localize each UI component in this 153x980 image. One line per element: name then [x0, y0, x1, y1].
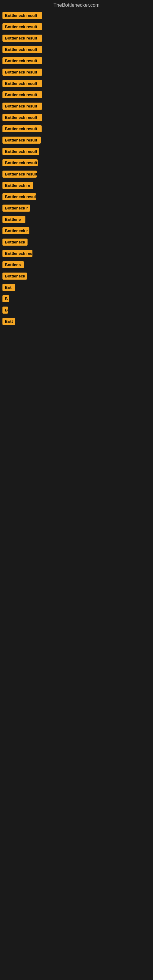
result-row: Bottleneck result [0, 10, 153, 21]
result-badge: Bottleneck [2, 239, 27, 246]
result-row: Bottleneck r [0, 225, 153, 236]
result-badge: Bottleneck result [2, 193, 36, 200]
result-badge: Bottleneck [2, 272, 27, 280]
result-row: Bott [0, 316, 153, 327]
result-badge: Bottleneck result [2, 125, 41, 132]
result-row: Bottleneck result [0, 21, 153, 32]
result-badge: Bottleneck result [2, 12, 42, 19]
result-badge: Bottleneck r [2, 227, 29, 234]
result-badge: Bottleneck result [2, 68, 42, 76]
result-badge: Bottleneck result [2, 159, 38, 166]
result-row: Bottleneck [0, 236, 153, 248]
result-row: Bottleneck result [0, 55, 153, 67]
result-row: Bottleneck result [0, 134, 153, 146]
result-row: Bottleneck r [0, 202, 153, 214]
result-badge: Bottleneck result [2, 170, 37, 178]
result-row: Bottleneck result [0, 44, 153, 55]
result-badge: Bottleneck result [2, 148, 39, 155]
result-row: Bottleneck result [0, 78, 153, 89]
result-badge: Bottleneck result [2, 103, 42, 110]
result-badge: Bottleneck result [2, 46, 42, 53]
result-badge: B [2, 307, 8, 313]
result-row: B [0, 304, 153, 316]
result-badge: Bottlens [2, 261, 24, 268]
result-badge: Bottleneck re [2, 182, 33, 189]
result-badge: Bottleneck result [2, 137, 41, 144]
result-badge: Bottleneck r [2, 205, 30, 212]
result-badge: Bottleneck result [2, 23, 42, 30]
result-row: Bottleneck result [0, 32, 153, 44]
result-row: Bottleneck [0, 270, 153, 282]
result-badge: Bottleneck result [2, 80, 42, 87]
result-badge: Bott [2, 318, 15, 325]
result-badge: Bot [2, 284, 15, 291]
result-row: Bottlene [0, 214, 153, 225]
result-badge: Bottleneck result [2, 57, 42, 64]
result-row: Bottleneck result [0, 100, 153, 112]
result-row: Bottleneck result [0, 123, 153, 134]
result-badge: Bottleneck result [2, 114, 42, 121]
result-badge: B [2, 295, 9, 302]
result-row: Bottleneck result [0, 191, 153, 202]
result-row: Bottleneck result [0, 157, 153, 169]
result-badge: Bottleneck result [2, 91, 42, 98]
result-badge: Bottleneck res [2, 250, 32, 257]
site-title: TheBottlenecker.com [0, 0, 153, 10]
result-row: Bottleneck result [0, 146, 153, 157]
result-row: Bot [0, 282, 153, 293]
result-row: Bottlens [0, 259, 153, 270]
result-row: Bottleneck result [0, 112, 153, 123]
result-badge: Bottleneck result [2, 35, 42, 41]
result-row: Bottleneck result [0, 89, 153, 100]
result-row: Bottleneck res [0, 248, 153, 259]
result-badge: Bottlene [2, 216, 26, 223]
result-row: Bottleneck result [0, 169, 153, 180]
result-row: Bottleneck result [0, 67, 153, 78]
result-row: Bottleneck re [0, 180, 153, 191]
result-row: B [0, 293, 153, 304]
